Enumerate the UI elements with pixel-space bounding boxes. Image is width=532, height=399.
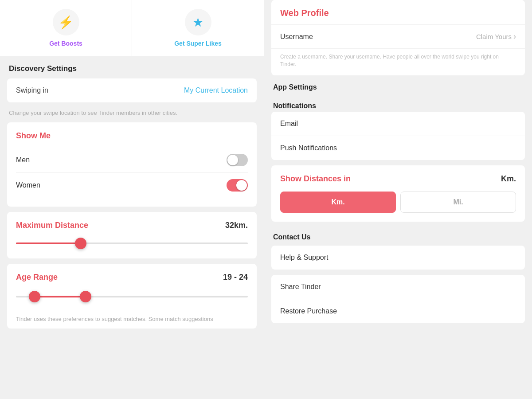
- web-profile-heading: Web Profile: [271, 0, 525, 25]
- push-label: Push Notifications: [280, 144, 337, 152]
- show-me-card: Show Me Men Women: [7, 122, 257, 207]
- men-toggle-knob: [227, 155, 238, 165]
- discovery-settings-title: Discovery Settings: [0, 56, 264, 78]
- max-distance-inner: Maximum Distance 32km.: [7, 212, 257, 258]
- women-label: Women: [16, 181, 40, 189]
- women-toggle[interactable]: [227, 179, 248, 192]
- distances-current: Km.: [501, 174, 516, 184]
- boost-row: ⚡ Get Boosts ★ Get Super Likes: [0, 0, 264, 56]
- email-label: Email: [280, 120, 298, 127]
- email-row[interactable]: Email: [271, 112, 525, 136]
- help-support-label: Help & Support: [280, 254, 329, 261]
- distance-slider[interactable]: [16, 239, 248, 248]
- age-range-card: Age Range 19 - 24 Tinder uses these pref…: [7, 264, 257, 329]
- age-range-inner: Age Range 19 - 24: [7, 264, 257, 311]
- username-row[interactable]: Username Claim Yours ›: [271, 25, 525, 49]
- km-label: Km.: [331, 198, 344, 206]
- get-boosts-label: Get Boosts: [49, 40, 82, 47]
- boost-icon-circle: ⚡: [53, 9, 79, 35]
- username-label: Username: [280, 33, 313, 41]
- username-hint: Create a username. Share your username. …: [271, 49, 525, 75]
- notifications-title: Notifications: [264, 96, 532, 112]
- distance-thumb[interactable]: [75, 238, 86, 249]
- km-button[interactable]: Km.: [280, 192, 396, 213]
- get-super-likes-label: Get Super Likes: [174, 40, 222, 47]
- women-toggle-knob: [236, 180, 247, 191]
- women-toggle-row: Women: [16, 173, 248, 198]
- mi-button[interactable]: Mi.: [400, 192, 516, 213]
- push-notifications-row[interactable]: Push Notifications: [271, 136, 525, 160]
- web-profile-card: Web Profile Username Claim Yours › Creat…: [271, 0, 525, 75]
- claim-yours-text: Claim Yours: [476, 33, 512, 40]
- swiping-hint: Change your swipe location to see Tinder…: [0, 108, 264, 122]
- share-tinder-label: Share Tinder: [280, 283, 321, 290]
- app-settings-title: App Settings: [264, 77, 532, 96]
- show-distances-card: Show Distances in Km. Km. Mi.: [271, 165, 525, 222]
- men-toggle-row: Men: [16, 148, 248, 173]
- right-panel: Web Profile Username Claim Yours › Creat…: [264, 0, 532, 399]
- age-slider[interactable]: [16, 291, 248, 302]
- mi-label: Mi.: [453, 198, 463, 206]
- age-thumb-max[interactable]: [80, 291, 91, 302]
- notifications-card: Email Push Notifications: [271, 112, 525, 160]
- share-restore-card: Share Tinder Restore Purchase: [271, 275, 525, 323]
- swiping-row[interactable]: Swiping in My Current Location: [7, 78, 257, 102]
- max-distance-title: Maximum Distance: [16, 221, 88, 230]
- help-support-row[interactable]: Help & Support: [271, 246, 525, 270]
- show-me-inner: Show Me Men Women: [7, 122, 257, 207]
- swiping-card: Swiping in My Current Location: [7, 78, 257, 102]
- super-likes-icon-circle: ★: [185, 9, 211, 35]
- distances-header: Show Distances in Km.: [280, 174, 516, 184]
- get-boosts-button[interactable]: ⚡ Get Boosts: [0, 0, 132, 56]
- restore-purchase-row[interactable]: Restore Purchase: [271, 299, 525, 323]
- age-fill: [35, 296, 86, 297]
- get-super-likes-button[interactable]: ★ Get Super Likes: [132, 0, 264, 56]
- show-me-title: Show Me: [16, 131, 248, 141]
- contact-card: Help & Support: [271, 246, 525, 270]
- star-icon: ★: [192, 15, 203, 30]
- men-toggle[interactable]: [227, 154, 248, 166]
- tinder-hint: Tinder uses these preferences to suggest…: [7, 311, 257, 329]
- swiping-label: Swiping in: [16, 86, 48, 94]
- left-panel: ⚡ Get Boosts ★ Get Super Likes Discovery…: [0, 0, 264, 399]
- chevron-right-icon: ›: [513, 32, 516, 41]
- age-range-title: Age Range: [16, 273, 58, 282]
- distance-header: Maximum Distance 32km.: [16, 221, 248, 230]
- share-tinder-row[interactable]: Share Tinder: [271, 275, 525, 299]
- swiping-value: My Current Location: [184, 86, 248, 94]
- distance-toggle-row: Km. Mi.: [280, 192, 516, 213]
- age-header: Age Range 19 - 24: [16, 273, 248, 282]
- age-range-value: 19 - 24: [223, 273, 248, 282]
- distance-fill: [16, 243, 81, 244]
- show-distances-title: Show Distances in: [280, 174, 351, 184]
- men-label: Men: [16, 156, 30, 164]
- max-distance-card: Maximum Distance 32km.: [7, 212, 257, 258]
- claim-yours-action[interactable]: Claim Yours ›: [476, 32, 516, 41]
- bolt-icon: ⚡: [58, 15, 74, 30]
- contact-title: Contact Us: [264, 227, 532, 246]
- max-distance-value: 32km.: [225, 221, 248, 230]
- restore-purchase-label: Restore Purchase: [280, 307, 337, 315]
- age-thumb-min[interactable]: [29, 291, 40, 302]
